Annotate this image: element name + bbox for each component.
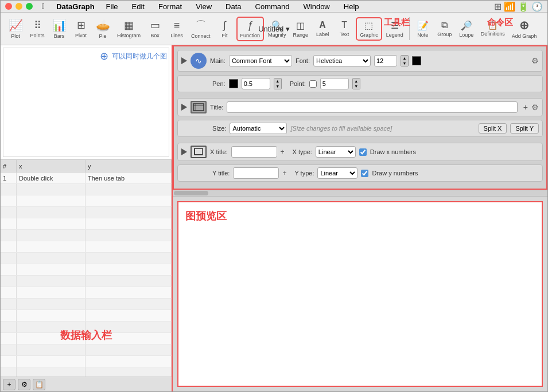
col-header-hash: # [1,160,17,172]
draw-x-checkbox[interactable] [359,148,367,156]
cell-y-val[interactable]: Then use tab [85,173,172,183]
pen-color-box[interactable] [229,79,238,88]
tool-lines[interactable]: ≡ Lines [166,18,187,40]
main-font-select[interactable]: Common Font [229,55,292,66]
add-graph-label: 可以同时做几个图 [112,52,167,61]
tool-plot[interactable]: 📈 Plot [5,17,26,41]
cmd-pen-row: Pen: ▲ ▼ Point: ▲ ▼ [177,75,543,92]
font-size-down[interactable]: ▼ [401,61,408,66]
split-y-btn[interactable]: Split Y [510,123,539,134]
tool-note[interactable]: 📝 Note [413,18,433,40]
apple-menu-icon[interactable]:  [42,2,45,11]
tool-graphic[interactable]: ⬚ Graphic [356,17,382,41]
add-graph-btn[interactable]: ⊕ [100,50,108,62]
scrollbar-thumb[interactable] [174,191,208,195]
size-select[interactable]: Automatic [230,123,287,134]
copy-btn[interactable]: 📋 [33,379,45,390]
menu-view[interactable]: View [193,2,214,11]
cell-row-num: 1 [1,173,17,183]
pen-up[interactable]: ▲ [274,79,281,84]
tool-connect[interactable]: ⌒ Connect [188,17,213,41]
menu-window[interactable]: Window [301,2,332,11]
menu-edit[interactable]: Edit [130,2,147,11]
pie-icon: 🥧 [96,18,110,32]
plot-preview-label: 图预览区 [185,209,227,223]
menu-data[interactable]: Data [223,2,243,11]
table-row [1,184,172,195]
table-row [1,287,172,299]
tool-range[interactable]: ◫ Range [290,18,312,40]
title-expand-triangle[interactable] [181,104,187,111]
minimize-button[interactable] [15,3,22,10]
tool-loupe[interactable]: 🔎 Loupe [456,18,477,40]
pen-width-input[interactable] [242,78,270,89]
font-label: Font: [296,57,310,64]
title-input[interactable] [227,101,517,113]
plot-icon: 📈 [9,18,23,32]
draw-y-checkbox[interactable] [361,170,368,177]
title-icon [191,101,207,113]
point-label: Point: [290,80,306,87]
point-size-input[interactable] [320,78,349,89]
tool-definitions[interactable]: 📋 Definitions [478,19,508,38]
maximize-button[interactable] [26,3,33,10]
cmd-axis-row: X title: + X type: Linear Draw x numbers [177,143,543,161]
grid-icon: ⊞ [494,1,502,12]
tool-box[interactable]: ▭ Box [145,17,165,40]
xtype-select[interactable]: Linear [316,146,356,158]
expand-triangle[interactable] [181,57,187,64]
point-up[interactable]: ▲ [353,79,360,84]
tool-text[interactable]: T Text [334,18,355,39]
ytitle-plus[interactable]: + [282,169,286,177]
table-row [1,356,172,367]
main-gear-btn[interactable]: ⚙ [531,56,539,65]
menu-format[interactable]: Format [156,2,184,11]
font-select[interactable]: Helvetica [313,55,371,66]
ytitle-input[interactable] [233,167,279,179]
point-down[interactable]: ▼ [353,84,360,89]
pivot-icon: ⊞ [77,19,85,32]
tool-bars[interactable]: 📊 Bars [49,17,69,41]
graph-thumbnail [3,48,169,157]
tool-points-label: Points [30,33,44,38]
pen-down[interactable]: ▼ [274,84,281,89]
horizontal-scrollbar[interactable] [173,190,547,197]
split-x-btn[interactable]: Split X [479,123,507,134]
table-row[interactable]: 1 Double click Then use tab [1,173,172,184]
tool-legend[interactable]: ☰ Legend [383,18,406,40]
add-row-btn[interactable]: + [3,379,15,390]
tool-points[interactable]: ⠿ Points [27,17,48,40]
tool-add-graph[interactable]: ⊕ Add Graph [509,17,540,41]
menu-file[interactable]: File [104,2,121,11]
xtitle-input[interactable] [231,146,277,158]
tool-group[interactable]: ⧉ Group [434,18,455,39]
bars-icon: 📊 [52,18,67,32]
axis-expand-triangle[interactable] [181,148,187,155]
menu-command[interactable]: Command [253,2,292,11]
draw-y-label: Draw y numbers [372,170,418,177]
font-size-input[interactable] [374,55,397,66]
table-row [1,310,172,322]
title-gear-btn[interactable]: ⚙ [531,103,539,112]
tool-function-label: Function [240,33,261,38]
table-row [1,207,172,218]
close-button[interactable] [5,3,12,10]
font-size-up[interactable]: ▲ [401,56,408,61]
tool-label[interactable]: A Label [312,18,333,39]
settings-btn[interactable]: ⚙ [18,379,30,390]
app-name[interactable]: DataGraph [56,2,94,11]
window-title[interactable]: Untitled ▾ [258,25,290,33]
xtitle-plus[interactable]: + [281,148,285,156]
font-color-box[interactable] [412,56,421,65]
cell-x-val[interactable]: Double click [17,173,85,183]
tool-fit[interactable]: ∫ Fit [215,18,235,40]
tool-pivot[interactable]: ⊞ Pivot [71,17,91,40]
ytype-select[interactable]: Linear [317,167,357,179]
menu-help[interactable]: Help [341,2,362,11]
title-plus-btn[interactable]: + [523,103,528,112]
tool-histogram[interactable]: ▦ Histogram [114,17,143,40]
point-checkbox[interactable] [309,80,317,88]
svg-rect-3 [195,148,203,155]
table-row [1,230,172,241]
tool-pie[interactable]: 🥧 Pie [92,17,113,41]
